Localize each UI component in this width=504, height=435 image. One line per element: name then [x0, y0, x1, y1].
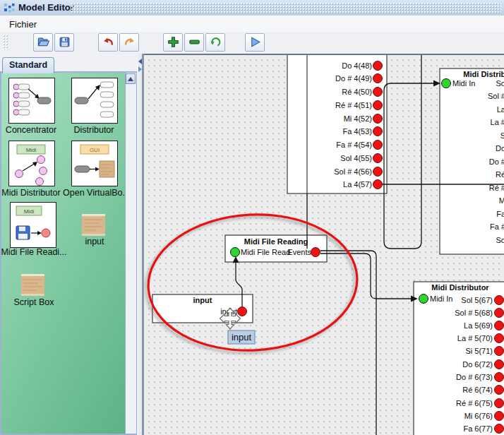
minus-icon: [188, 35, 201, 49]
redo-arrow-icon: [123, 35, 136, 49]
app-icon: [4, 2, 15, 13]
svg-text:La 5(69): La 5(69): [464, 321, 493, 330]
titlebar-texture: [71, 2, 501, 13]
add-button[interactable]: [163, 33, 183, 52]
svg-text:M: M: [499, 196, 504, 205]
wire-to-top-distributor: [384, 55, 434, 249]
svg-text:Sol 4(55): Sol 4(55): [340, 154, 372, 162]
svg-text:Fa: Fa: [496, 210, 504, 218]
splitter[interactable]: [138, 54, 144, 435]
splitter-collapse-right-icon[interactable]: [138, 66, 142, 72]
midi-in-port[interactable]: [442, 79, 451, 88]
svg-text:Fa # 4(54): Fa # 4(54): [336, 141, 372, 149]
export-button[interactable]: [205, 33, 225, 52]
port-label: Midi In: [430, 294, 452, 303]
open-virtualbox-icon: GUI: [72, 141, 117, 186]
palette-item-script-box[interactable]: [21, 274, 44, 296]
distributor-icon: [72, 78, 117, 123]
palette-item-label: Midi File Readi...: [0, 247, 71, 257]
toolbar: [0, 32, 504, 52]
palette-item-open-virtualbox[interactable]: GUI: [71, 141, 118, 186]
svg-text:Sol 5(67): Sol 5(67): [461, 296, 493, 304]
svg-text:Sol # 5(68): Sol # 5(68): [455, 309, 493, 317]
midi-file-read-port[interactable]: [231, 248, 240, 257]
svg-text:Ré # 4(51): Ré # 4(51): [335, 101, 372, 109]
svg-text:Midi: Midi: [24, 208, 35, 215]
midi-in-port[interactable]: [419, 294, 428, 304]
model-canvas[interactable]: Do 4(48) Do # 4(49) Ré 4(50) Ré # 4(51) …: [144, 54, 504, 435]
svg-text:input: input: [232, 332, 252, 342]
node-title: Midi File Reading: [244, 237, 308, 246]
svg-text:Fa #: Fa #: [490, 222, 504, 231]
palette-content: Midi GUI Midi: [1, 73, 125, 434]
palette-item-label: Concentrator: [1, 125, 61, 135]
svg-text:GUI: GUI: [90, 147, 100, 153]
run-button[interactable]: [245, 33, 265, 52]
svg-text:So: So: [496, 236, 504, 244]
input-port[interactable]: [238, 307, 247, 316]
svg-text:Do # 4(49): Do # 4(49): [335, 74, 372, 83]
toolbar-drag-handle[interactable]: [2, 34, 8, 50]
play-icon: [248, 35, 262, 49]
svg-text:So: So: [496, 79, 504, 88]
node-title: Midi Distributor: [431, 283, 489, 292]
node-title: input: [193, 296, 212, 304]
palette-item-midi-file-reading[interactable]: Midi: [10, 202, 56, 248]
palette-item-concentrator[interactable]: [8, 78, 55, 124]
svg-text:Do 6(72): Do 6(72): [462, 360, 493, 369]
drag-ghost: input: [228, 330, 255, 344]
svg-text:La # 5(70): La # 5(70): [457, 334, 493, 342]
node-title: Midi Distributor: [463, 70, 504, 78]
canvas-scene: Do 4(48) Do # 4(49) Ré 4(50) Ré # 4(51) …: [144, 55, 504, 435]
svg-text:Ré #: Ré #: [489, 184, 504, 192]
svg-text:Ré: Ré: [496, 170, 504, 179]
folder-open-icon: [37, 35, 50, 49]
menubar: Fichier: [0, 16, 504, 32]
palette-item-input[interactable]: [82, 214, 105, 236]
export-arrow-icon: [209, 35, 222, 49]
events-port[interactable]: [311, 248, 320, 257]
svg-text:Fa 4(53): Fa 4(53): [342, 127, 372, 136]
svg-text:Ré 6(74): Ré 6(74): [462, 386, 493, 394]
palette-item-label: Distributor: [64, 125, 124, 135]
undo-button[interactable]: [98, 33, 118, 52]
up-arrow-icon: [128, 77, 133, 81]
remove-button[interactable]: [184, 33, 204, 52]
svg-text:Do: Do: [496, 144, 504, 153]
svg-text:Mi 4(52): Mi 4(52): [344, 114, 372, 123]
svg-text:La #: La #: [491, 118, 504, 126]
redo-button[interactable]: [119, 33, 139, 52]
svg-text:Si 5(71): Si 5(71): [465, 347, 493, 355]
tab-standard[interactable]: Standard: [2, 57, 54, 73]
svg-text:Fa 6(77): Fa 6(77): [463, 424, 493, 433]
open-button[interactable]: [33, 33, 53, 52]
menu-item-fichier[interactable]: Fichier: [6, 18, 40, 30]
svg-text:Mi 6(76): Mi 6(76): [464, 412, 493, 420]
svg-text:Do #: Do #: [489, 157, 504, 166]
floppy-disk-icon: [58, 35, 71, 49]
splitter-collapse-left-icon[interactable]: [138, 59, 142, 64]
svg-text:Do 4(48): Do 4(48): [342, 61, 372, 70]
svg-text:Ré # 6(75): Ré # 6(75): [456, 399, 493, 407]
wire-events-to-bottom-distributor: [320, 254, 412, 299]
svg-text:La 4(57): La 4(57): [343, 180, 372, 189]
palette-panel: Midi GUI Midi: [0, 71, 137, 435]
port-label: Midi File Read: [241, 248, 290, 256]
palette-scrollbar[interactable]: [125, 73, 136, 434]
save-button[interactable]: [54, 33, 74, 52]
svg-text:Do # 6(73): Do # 6(73): [456, 373, 493, 381]
palette-item-distributor[interactable]: [71, 78, 118, 124]
scrollbar-up-button[interactable]: [126, 73, 136, 84]
window-titlebar[interactable]: Model Editor: [0, 0, 504, 16]
plus-icon: [167, 35, 180, 49]
svg-text:Sol #: Sol #: [488, 92, 504, 100]
palette-item-label: input: [69, 237, 120, 246]
palette-item-midi-distributor[interactable]: Midi: [8, 141, 55, 186]
port-label: Events: [287, 248, 311, 256]
svg-text:S: S: [500, 131, 504, 140]
svg-text:La: La: [497, 105, 504, 114]
midi-distributor-icon: Midi: [9, 141, 54, 186]
port-label: Midi In: [452, 79, 475, 88]
window-title: Model Editor: [18, 2, 74, 13]
dist-bottom-output-ports[interactable]: [495, 296, 504, 434]
